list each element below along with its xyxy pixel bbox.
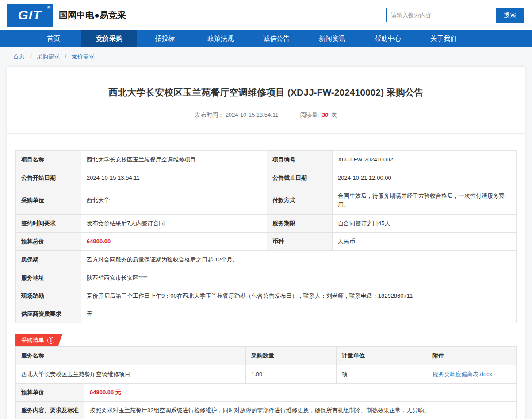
- table-row: 现场踏勘 竞价开启后第三个工作日上午9：00在西北大学玉兰苑餐厅踏勘（包含公告发…: [16, 287, 517, 305]
- budget-total-value: 64900.00: [81, 232, 267, 250]
- nav-item-tendering[interactable]: 招投标: [137, 30, 193, 47]
- table-row: 质保期 乙方对合同服务的质量保证期为验收合格后之日起 12个月。: [16, 250, 517, 269]
- views-label: 阅读量:: [300, 111, 319, 118]
- table-row: 预算总价 64900.00 币种 人民币: [16, 232, 517, 250]
- service-name-cell: 西北大学长安校区玉兰苑餐厅空调维修项目: [16, 365, 246, 383]
- registered-mark-icon: ®: [47, 5, 50, 10]
- breadcrumb-separator: /: [65, 53, 67, 60]
- detail-label: 预算单价: [16, 383, 84, 401]
- info-value: XDJJ-FW-202410002: [333, 151, 517, 169]
- column-header-unit: 计量单位: [337, 347, 427, 365]
- info-label: 公告截止日期: [267, 169, 333, 187]
- info-label: 项目编号: [267, 151, 333, 169]
- table-row: 服务内容、要求及标准 按照要求对玉兰苑餐厅32组空调系统进行检修维护，同时对故障…: [16, 401, 517, 419]
- detail-label: 服务内容、要求及标准: [16, 401, 84, 419]
- table-row: 西北大学长安校区玉兰苑餐厅空调维修项目 1.00 项 服务类响应偏离表.docx: [16, 365, 517, 383]
- breadcrumb-separator: /: [30, 53, 32, 60]
- search-button[interactable]: 搜索: [496, 8, 524, 23]
- info-value: 自合同签订之日45天: [333, 214, 517, 232]
- info-value: 陕西省西安市长安区****: [81, 269, 517, 287]
- info-label: 质保期: [16, 250, 81, 269]
- site-logo[interactable]: GIT ®: [7, 4, 53, 27]
- info-label: 服务地址: [16, 269, 81, 287]
- nav-item-news[interactable]: 新闻资讯: [304, 30, 360, 47]
- publish-time-value: 2024-10-15 13:54:11: [226, 111, 279, 118]
- table-row: 项目名称 西北大学长安校区玉兰苑餐厅空调维修项目 项目编号 XDJJ-FW-20…: [16, 151, 517, 169]
- top-header: GIT ® 国网中电●易竞采 搜索: [0, 0, 532, 30]
- table-row: 签约时间要求 发布竞价结果后7天内签订合同 服务期限 自合同签订之日45天: [16, 214, 517, 232]
- tab-purchase-list[interactable]: 采购清单 1: [15, 334, 62, 346]
- breadcrumb-bid-demand[interactable]: 竞价需求: [72, 53, 95, 60]
- purchase-details-table: 预算单价 64900.00 元 服务内容、要求及标准 按照要求对玉兰苑餐厅32组…: [15, 383, 517, 419]
- table-row: 预算单价 64900.00 元: [16, 383, 517, 401]
- info-value: 竞价开启后第三个工作日上午9：00在西北大学玉兰苑餐厅踏勘（包含公告发布日），联…: [81, 287, 517, 305]
- unit-cell: 项: [337, 365, 427, 383]
- info-value: 人民币: [333, 232, 517, 250]
- info-value: 乙方对合同服务的质量保证期为验收合格后之日起 12个月。: [81, 250, 517, 269]
- info-label: 付款方式: [267, 187, 333, 214]
- detail-value: 按照要求对玉兰苑餐厅32组空调系统进行检修维护，同时对故障的零部件进行维修更换，…: [84, 401, 517, 419]
- unit-price-value: 64900.00 元: [84, 383, 517, 401]
- count-badge: 1: [47, 337, 54, 344]
- logo-text: GIT: [18, 8, 42, 23]
- site-title: 国网中电●易竞采: [59, 9, 126, 21]
- info-label: 采购单位: [16, 187, 81, 214]
- info-value: 无: [81, 305, 517, 323]
- info-value: 发布竞价结果后7天内签订合同: [81, 214, 267, 232]
- table-header-row: 服务名称 采购数量 计量单位 附件: [16, 347, 517, 365]
- nav-item-bid-purchase[interactable]: 竞价采购: [81, 30, 137, 47]
- purchase-list-tab-label: 采购清单: [21, 336, 44, 344]
- announcement-card: 西北大学长安校区玉兰苑餐厅空调维修项目 (XDJJ-FW-202410002) …: [7, 67, 525, 419]
- column-header-service-name: 服务名称: [16, 347, 246, 365]
- page-background: 首页 / 采购需求 / 竞价需求 西北大学长安校区玉兰苑餐厅空调维修项目 (XD…: [0, 47, 532, 419]
- table-row: 供应商资质要求 无: [16, 305, 517, 323]
- info-value: 合同生效后，待服务期满并经甲方验收合格后，一次性付清服务费用。: [333, 187, 517, 214]
- attachment-cell: 服务类响应偏离表.docx: [427, 365, 517, 383]
- table-row: 公告开始日期 2024-10-15 13:54:11 公告截止日期 2024-1…: [16, 169, 517, 187]
- breadcrumb-purchase-demand[interactable]: 采购需求: [37, 53, 60, 60]
- info-label: 项目名称: [16, 151, 81, 169]
- info-value: 西北大学长安校区玉兰苑餐厅空调维修项目: [81, 151, 267, 169]
- nav-item-integrity-notice[interactable]: 诚信公告: [249, 30, 304, 47]
- attachment-link[interactable]: 服务类响应偏离表.docx: [432, 371, 492, 377]
- section-divider: [7, 133, 525, 134]
- breadcrumb-home[interactable]: 首页: [13, 53, 25, 60]
- purchase-items-table: 服务名称 采购数量 计量单位 附件 西北大学长安校区玉兰苑餐厅空调维修项目 1.…: [15, 346, 517, 383]
- nav-item-about-us[interactable]: 关于我们: [416, 30, 471, 47]
- search-input[interactable]: [386, 8, 491, 22]
- nav-item-help-center[interactable]: 帮助中心: [360, 30, 416, 47]
- table-row: 服务地址 陕西省西安市长安区****: [16, 269, 517, 287]
- nav-item-policies[interactable]: 政策法规: [193, 30, 249, 47]
- purchase-list-section: 采购清单 1 服务名称 采购数量 计量单位 附件 西北大学长安校区玉兰苑餐厅空调…: [15, 334, 517, 419]
- quantity-cell: 1.00: [246, 365, 337, 383]
- column-header-quantity: 采购数量: [246, 347, 337, 365]
- main-nav: 首页 竞价采购 招投标 政策法规 诚信公告 新闻资讯 帮助中心 关于我们: [0, 30, 532, 47]
- announcement-meta: 发布时间： 2024-10-15 13:54:11 阅读量: 30 次: [15, 111, 517, 119]
- info-label: 现场踏勘: [16, 287, 81, 305]
- info-value: 2024-10-15 13:54:11: [81, 169, 267, 187]
- info-label: 签约时间要求: [16, 214, 81, 232]
- info-label: 公告开始日期: [16, 169, 81, 187]
- publish-time-label: 发布时间：: [195, 111, 224, 118]
- breadcrumb: 首页 / 采购需求 / 竞价需求: [0, 47, 532, 66]
- info-label: 预算总价: [16, 232, 81, 250]
- page-title: 西北大学长安校区玉兰苑餐厅空调维修项目 (XDJJ-FW-202410002) …: [15, 67, 517, 99]
- table-row: 采购单位 西北大学 付款方式 合同生效后，待服务期满并经甲方验收合格后，一次性付…: [16, 187, 517, 214]
- info-label: 服务期限: [267, 214, 333, 232]
- project-info-table: 项目名称 西北大学长安校区玉兰苑餐厅空调维修项目 项目编号 XDJJ-FW-20…: [15, 150, 517, 323]
- info-value: 2024-10-21 12:00:00: [333, 169, 517, 187]
- nav-item-home[interactable]: 首页: [26, 30, 81, 47]
- search-bar: 搜索: [386, 8, 524, 23]
- column-header-attachment: 附件: [427, 347, 517, 365]
- views-count: 30: [322, 111, 328, 118]
- info-value: 西北大学: [81, 187, 267, 214]
- info-label: 供应商资质要求: [16, 305, 81, 323]
- info-label: 币种: [267, 232, 333, 250]
- views-unit: 次: [331, 111, 337, 118]
